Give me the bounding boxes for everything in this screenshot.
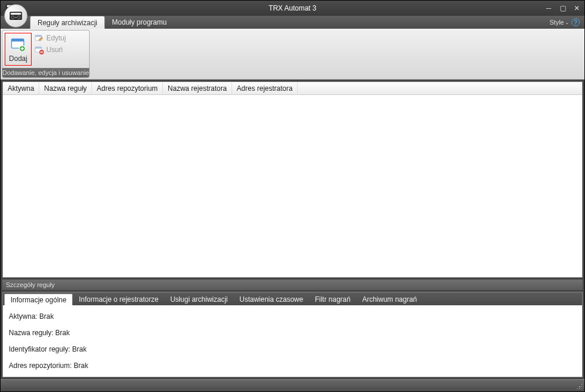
- chevron-down-icon: ⌄: [565, 20, 569, 25]
- detail-tab-services[interactable]: Usługi archiwizacji: [164, 294, 233, 305]
- minimize-button[interactable]: ─: [545, 4, 553, 12]
- delete-label: Usuń: [46, 46, 63, 54]
- add-button[interactable]: Dodaj: [5, 33, 32, 66]
- style-menu[interactable]: Style ⌄: [550, 19, 569, 26]
- tab-label: Moduły programu: [112, 18, 166, 26]
- svg-rect-20: [40, 52, 43, 52]
- help-icon[interactable]: ?: [572, 18, 580, 26]
- edit-button[interactable]: Edytuj: [32, 33, 68, 43]
- svg-point-7: [11, 16, 14, 19]
- detail-tab-general[interactable]: Informacje ogólne: [4, 294, 73, 305]
- svg-point-8: [18, 16, 21, 19]
- close-button[interactable]: ✕: [573, 4, 581, 12]
- app-window: TRX Automat 3 ─ ▢ ✕ Reguły archiwizacji …: [0, 0, 585, 392]
- detail-row: Aktywna: Brak: [9, 312, 576, 321]
- ribbon-tab-reguly[interactable]: Reguły archiwizacji: [30, 16, 105, 29]
- details-panel: Informacje ogólne Informacje o rejestrat…: [2, 292, 583, 377]
- ribbon-tab-moduly[interactable]: Moduły programu: [105, 16, 174, 29]
- detail-tab-row: Informacje ogólne Informacje o rejestrat…: [3, 292, 582, 305]
- window-title: TRX Automat 3: [1, 4, 584, 12]
- style-label: Style: [550, 19, 564, 26]
- detail-tab-filter[interactable]: Filtr nagrań: [309, 294, 356, 305]
- tab-label: Reguły archiwizacji: [38, 19, 97, 27]
- app-menu-button[interactable]: [4, 4, 28, 28]
- detail-row: Adres repozytorium: Brak: [9, 362, 576, 370]
- titlebar: TRX Automat 3 ─ ▢ ✕: [1, 1, 584, 16]
- content-area: Aktywna Nazwa reguły Adres repozytorium …: [1, 80, 584, 379]
- column-header[interactable]: Nazwa rejestratora: [163, 82, 232, 94]
- detail-row: Nazwa reguły: Brak: [9, 329, 576, 337]
- svg-rect-9: [15, 17, 17, 18]
- statusbar: [1, 379, 584, 391]
- column-header[interactable]: Aktywna: [3, 82, 39, 94]
- ribbon-body: Dodaj Edytuj Usuń Dodawanie, edycja i us…: [1, 29, 584, 80]
- rules-grid-panel: Aktywna Nazwa reguły Adres repozytorium …: [2, 81, 583, 278]
- detail-tab-archive[interactable]: Archiwum nagrań: [356, 294, 423, 305]
- detail-tab-time[interactable]: Ustawienia czasowe: [233, 294, 309, 305]
- details-panel-title: Szczegóły reguły: [2, 279, 583, 290]
- ribbon-group-caption: Dodawanie, edycja i usuwanie: [2, 68, 89, 77]
- svg-rect-11: [12, 39, 24, 41]
- resize-gripper-icon[interactable]: [574, 381, 583, 390]
- svg-rect-14: [22, 47, 23, 50]
- edit-label: Edytuj: [46, 34, 66, 42]
- ribbon-group-crud: Dodaj Edytuj Usuń Dodawanie, edycja i us…: [2, 30, 90, 78]
- grid-body[interactable]: [3, 95, 582, 277]
- column-header[interactable]: Adres repozytorium: [92, 82, 163, 94]
- detail-body: Aktywna: Brak Nazwa reguły: Brak Identyf…: [3, 305, 582, 377]
- svg-rect-18: [35, 47, 42, 49]
- add-label: Dodaj: [9, 54, 27, 63]
- maximize-button[interactable]: ▢: [559, 4, 567, 12]
- svg-rect-16: [35, 35, 42, 37]
- detail-tab-recorder[interactable]: Informacje o rejestratorze: [73, 294, 164, 305]
- column-header[interactable]: Adres rejestratora: [232, 82, 298, 94]
- detail-row: Identyfikator reguły: Brak: [9, 345, 576, 353]
- svg-rect-6: [11, 13, 21, 15]
- grid-header: Aktywna Nazwa reguły Adres repozytorium …: [3, 82, 582, 95]
- delete-button[interactable]: Usuń: [32, 45, 68, 55]
- ribbon-tab-row: Reguły archiwizacji Moduły programu Styl…: [1, 16, 584, 29]
- column-header[interactable]: Nazwa reguły: [39, 82, 92, 94]
